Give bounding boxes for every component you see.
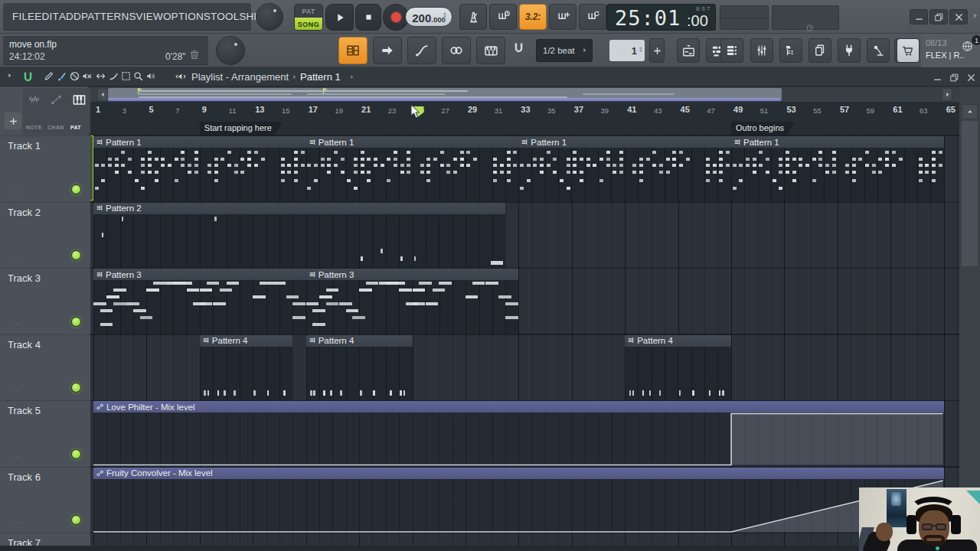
countdown-precount-button[interactable]: 3.2:	[519, 4, 547, 30]
song-mode-button[interactable]: SONG	[295, 18, 322, 31]
track-options-dots[interactable]	[10, 519, 23, 527]
track-header-6[interactable]: Track 6	[0, 467, 90, 533]
wait-for-input-button[interactable]	[489, 4, 517, 30]
playback-tool-icon[interactable]	[145, 70, 158, 83]
tab-note-label[interactable]: NOTE	[26, 125, 42, 130]
pattern-clip[interactable]: Pattern 4	[306, 335, 413, 401]
tab-note-icon[interactable]	[28, 93, 42, 107]
pattern-number-selector[interactable]: 1	[609, 40, 645, 61]
menu-view[interactable]: VIEW	[136, 11, 163, 22]
track-header-5[interactable]: Track 5	[0, 400, 90, 467]
playlist-maximize-icon[interactable]	[949, 73, 959, 83]
scroll-right-button[interactable]	[942, 88, 952, 101]
pattern-clip[interactable]: Pattern 4	[200, 335, 292, 401]
pattern-spinner[interactable]	[638, 45, 644, 54]
pattern-clip[interactable]: Pattern 3	[306, 269, 519, 334]
typing-keyboard-to-piano-button[interactable]	[476, 37, 505, 64]
menu-patterns[interactable]: PATTERNS	[81, 11, 136, 22]
track-options-dots[interactable]	[10, 453, 23, 461]
paint-tool-brush-icon[interactable]	[56, 70, 69, 83]
mixer-button[interactable]	[750, 38, 773, 63]
pattern-clip[interactable]: Pattern 2	[93, 203, 505, 269]
timeline-marker[interactable]: Start rapping here	[200, 122, 283, 135]
loop-recording-button[interactable]	[579, 4, 606, 30]
draw-tool-pencil-icon[interactable]	[43, 70, 56, 83]
playlist-close-icon[interactable]	[966, 73, 976, 83]
collapse-toolbar-arrow[interactable]	[971, 11, 979, 20]
snap-selector[interactable]: 1/2 beat	[536, 39, 593, 62]
track-mute-led[interactable]	[71, 515, 81, 525]
timeline-ruler[interactable]: 1357911131517192123252729313335373941434…	[90, 102, 959, 135]
slip-stretch-tool-icon[interactable]	[95, 70, 108, 83]
tab-pat-icon[interactable]	[72, 93, 87, 107]
playlist-snap-magnet-icon[interactable]	[21, 70, 34, 83]
track-options-dots[interactable]	[10, 188, 23, 196]
track-mute-led[interactable]	[71, 184, 81, 194]
pattern-song-grid-button[interactable]	[338, 37, 368, 64]
tab-chan-label[interactable]: CHAN	[47, 125, 64, 130]
menu-add[interactable]: ADD	[59, 11, 81, 22]
select-tool-icon[interactable]	[120, 70, 133, 83]
plugin-database-button[interactable]	[808, 38, 831, 63]
link-button[interactable]	[442, 37, 471, 64]
channel-rack-button[interactable]	[720, 38, 743, 63]
track-mute-led[interactable]	[71, 383, 81, 393]
metronome-button[interactable]	[459, 4, 487, 30]
close-button[interactable]	[949, 9, 968, 24]
arrangement-speaker-icon[interactable]	[175, 70, 188, 83]
playlist-horizontal-scrollbar[interactable]	[90, 87, 959, 102]
track-mute-led[interactable]	[71, 317, 81, 327]
menu-options[interactable]: OPTIONS	[163, 11, 211, 22]
stop-button[interactable]	[355, 4, 381, 31]
track-mute-led[interactable]	[71, 449, 81, 459]
tempo-spinner[interactable]	[442, 11, 448, 19]
menu-tools[interactable]: TOOLS	[211, 11, 247, 22]
menu-edit[interactable]: EDIT	[34, 11, 59, 22]
track-options-dots[interactable]	[10, 254, 23, 262]
scroll-up-button[interactable]	[962, 104, 978, 119]
master-pitch-knob[interactable]	[216, 36, 245, 65]
trash-icon[interactable]	[188, 48, 201, 60]
timeline-marker[interactable]: Outro begins	[731, 122, 795, 135]
delete-tool-icon[interactable]	[69, 70, 82, 83]
snap-magnet-icon[interactable]	[511, 41, 526, 56]
pattern-clip[interactable]: Pattern 3	[93, 269, 306, 334]
zoom-tool-icon[interactable]	[132, 70, 145, 83]
pattern-clip[interactable]: Pattern 1	[93, 136, 306, 202]
pattern-clip[interactable]: Pattern 1	[731, 136, 944, 202]
shop-cart-button[interactable]	[897, 38, 920, 63]
play-button[interactable]	[325, 4, 354, 31]
playlist-collapse-arrow[interactable]	[6, 72, 19, 85]
maximize-button[interactable]	[929, 9, 948, 24]
pattern-clip[interactable]: Pattern 1	[306, 136, 519, 202]
add-track-button[interactable]	[5, 112, 21, 129]
scrollbar-thumb-minimap[interactable]	[108, 88, 782, 101]
menu-file[interactable]: FILE	[12, 11, 34, 22]
track-header-1[interactable]: Track 1	[0, 135, 90, 202]
plugin-picker-button[interactable]	[838, 38, 861, 63]
slide-notes-button[interactable]	[407, 37, 436, 64]
minimize-button[interactable]	[910, 9, 928, 24]
track-options-dots[interactable]	[10, 386, 23, 394]
automation-clip[interactable]: Fruity Convolver - Mix level	[93, 468, 944, 533]
browser-button[interactable]	[779, 38, 802, 63]
step-edit-button[interactable]	[373, 37, 402, 64]
playlist-panel-button[interactable]	[677, 38, 700, 63]
breadcrumb-pattern[interactable]: Pattern 1	[300, 71, 341, 83]
main-volume-knob[interactable]	[256, 3, 283, 31]
shop-info-panel[interactable]: 08/13 FLEX | R.. 1	[921, 34, 980, 67]
mute-tool-icon[interactable]	[81, 70, 94, 83]
blend-recording-button[interactable]	[549, 4, 577, 30]
track-options-dots[interactable]	[10, 321, 23, 328]
breadcrumb-arrangement[interactable]: Playlist - Arrangement	[191, 71, 289, 83]
track-mute-led[interactable]	[71, 250, 81, 260]
vscrollbar-thumb[interactable]	[962, 121, 978, 266]
playlist-vertical-scrollbar[interactable]	[959, 86, 980, 551]
pat-song-toggle[interactable]: PAT SONG	[294, 4, 323, 31]
track-header-4[interactable]: Track 4	[0, 334, 90, 401]
playlist-minimize-icon[interactable]	[933, 73, 942, 83]
tuner-button[interactable]	[867, 38, 890, 63]
tab-chan-icon[interactable]	[49, 93, 64, 107]
automation-clip[interactable]: Love Philter - Mix level	[93, 401, 944, 467]
pattern-clip[interactable]: Pattern 4	[625, 335, 731, 401]
